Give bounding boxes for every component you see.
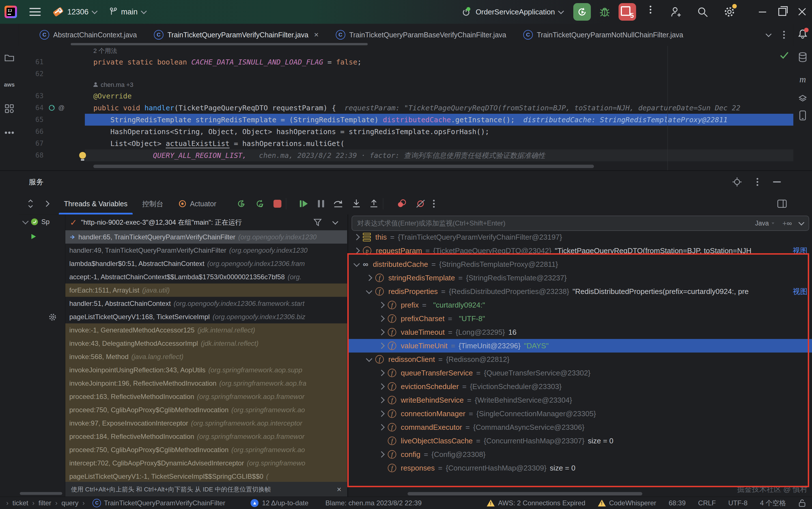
stack-frame-row[interactable]: invokeJoinpoint:196, ReflectiveMethodInv… <box>65 377 347 390</box>
watches-chevron-icon[interactable] <box>799 219 804 225</box>
variable-row[interactable]: fstringRedisTemplate={StringRedisTemplat… <box>348 271 812 285</box>
line-ending-widget[interactable]: CRLF <box>698 499 716 507</box>
breadcrumb-class[interactable]: C TrainTicketQueryParamVerifyChainFilter <box>93 499 225 507</box>
aws-tool-icon[interactable]: aws <box>0 77 19 93</box>
stop-process-icon[interactable] <box>274 200 281 208</box>
variable-row[interactable]: fredisProperties={RedisDistributedProper… <box>348 285 812 298</box>
step-out-icon[interactable] <box>369 199 379 208</box>
tree-expander[interactable] <box>375 425 388 430</box>
rerun-failed-icon[interactable] <box>255 199 265 209</box>
panel-options-kebab-icon[interactable] <box>756 178 758 180</box>
editor-hscrollbar-thumb[interactable] <box>93 165 594 168</box>
stack-frame-row[interactable]: accept:-1, AbstractChainContext$$Lambda$… <box>65 270 347 283</box>
stack-frame-row[interactable]: intercept:702, CglibAopProxy$DynamicAdvi… <box>65 456 347 470</box>
filter-funnel-icon[interactable] <box>313 218 322 227</box>
evaluate-language-selector[interactable]: Java <box>755 219 775 227</box>
stack-frame-row[interactable]: handler:51, AbstractChainContext(org.ope… <box>65 297 347 310</box>
stack-frame-row[interactable]: proceed:750, CglibAopProxy$CglibMethodIn… <box>65 403 347 416</box>
mute-breakpoints-icon[interactable] <box>416 199 426 208</box>
stack-frame-row[interactable]: handler:65, TrainTicketQueryParamVerifyC… <box>65 230 347 244</box>
variable-row[interactable]: fconnectionManager={SingleConnectionMana… <box>348 407 812 420</box>
more-tools-icon[interactable] <box>0 125 19 141</box>
hint-close-icon[interactable]: × <box>337 485 341 494</box>
structure-tool-icon[interactable] <box>0 101 19 116</box>
services-tree-row[interactable]: Sp <box>19 214 65 229</box>
breadcrumb-item[interactable]: query <box>61 499 78 507</box>
tree-expander[interactable] <box>375 343 388 348</box>
aws-status-widget[interactable]: AWS: 2 Connections Expired <box>487 499 586 507</box>
debug-button[interactable] <box>599 6 611 18</box>
variable-row[interactable]: fresponses={ConcurrentHashMap@23309}size… <box>348 461 812 475</box>
gradle-tool-icon[interactable] <box>793 90 812 105</box>
run-config-selector[interactable]: OrderServiceApplication <box>460 6 563 18</box>
editor-tab[interactable]: CTrainTicketQueryParamVerifyChainFilter.… <box>145 24 327 46</box>
variable-row[interactable]: prequestParam={TicketPageQueryReqDTO@230… <box>348 244 812 258</box>
chevron-right-icon[interactable] <box>45 200 50 207</box>
variable-row[interactable]: fredissonClient={Redisson@22812} <box>348 352 812 366</box>
tree-expander[interactable] <box>375 303 388 307</box>
project-widget[interactable]: 12306 <box>53 8 97 16</box>
add-watch-icon[interactable]: +∞ <box>782 219 792 228</box>
tree-expander[interactable] <box>375 316 388 321</box>
branch-widget[interactable]: main <box>109 7 146 17</box>
expand-collapse-icon[interactable] <box>27 199 34 209</box>
service-gear-icon[interactable] <box>48 313 57 321</box>
watches-scrollbar-thumb[interactable] <box>408 492 642 496</box>
evaluate-input[interactable]: 对表达式求值(Enter)或添加监视(Ctrl+Shift+Enter) Jav… <box>352 215 809 231</box>
tree-expander[interactable] <box>375 384 388 389</box>
variable-row[interactable]: fprefix="curtardly0924:" <box>348 298 812 312</box>
rerun-debug-icon[interactable] <box>236 199 246 209</box>
vcs-status-widget[interactable]: ▲ 12 Δ/up-to-date <box>251 499 308 507</box>
codewhisperer-widget[interactable]: CodeWhisperer <box>598 499 657 507</box>
editor-tab[interactable]: CAbstractChainContext.java <box>31 24 145 46</box>
tree-expander[interactable] <box>350 235 363 239</box>
thread-chevron-icon[interactable] <box>332 218 338 224</box>
hidden-tabs-chevron-icon[interactable] <box>766 31 772 37</box>
window-restore-button[interactable] <box>772 0 792 24</box>
step-into-icon[interactable] <box>352 199 361 208</box>
breadcrumb-item[interactable]: filter <box>38 499 51 507</box>
layout-settings-icon[interactable] <box>777 199 787 209</box>
rerun-button[interactable] <box>573 3 591 21</box>
stack-frame-row[interactable]: lambda$handler$0:51, AbstractChainContex… <box>65 257 347 270</box>
search-everywhere-button[interactable] <box>697 6 708 18</box>
settings-button[interactable] <box>723 6 736 18</box>
hide-panel-icon[interactable] <box>773 181 781 183</box>
main-menu-burger-icon[interactable] <box>29 8 41 16</box>
tree-expander[interactable] <box>375 452 388 457</box>
blame-widget[interactable]: Blame: chen.ma 2023/8/2 22:39 <box>325 499 422 507</box>
breadcrumb-item[interactable]: ticket <box>12 499 28 507</box>
thread-status-row[interactable]: ✓ "http-nio-9002-exec-3"@12,304 在组"main"… <box>65 214 348 230</box>
author-inlay-label[interactable]: chen.ma +3 <box>101 81 134 88</box>
inspections-ok-icon[interactable] <box>779 51 789 59</box>
variable-row[interactable]: fprefixCharset="UTF-8" <box>348 312 812 326</box>
tree-expander[interactable] <box>375 330 388 334</box>
view-breakpoints-icon[interactable] <box>396 199 407 208</box>
debug-tab-threads---variables[interactable]: Threads & Variables <box>57 193 135 214</box>
stack-frame-row[interactable]: proceed:184, ReflectiveMethodInvocation(… <box>65 430 347 443</box>
caret-position-widget[interactable]: 68:39 <box>669 499 685 507</box>
debug-tab-actuator[interactable]: Actuator <box>171 193 224 214</box>
code-with-me-button[interactable] <box>669 6 682 18</box>
variable-row[interactable]: fcommandExecutor={CommandAsyncService@23… <box>348 420 812 434</box>
variable-row[interactable]: fevictionScheduler={EvictionScheduler@23… <box>348 380 812 393</box>
stack-frame-row[interactable]: pageListTicketQueryV1:-1, TicketServiceI… <box>65 470 347 482</box>
stack-frame-row[interactable]: proceed:750, CglibAopProxy$CglibMethodIn… <box>65 443 347 456</box>
tree-expander[interactable] <box>375 398 388 402</box>
notifications-bell-icon[interactable] <box>793 26 812 42</box>
tree-expander[interactable] <box>375 371 388 375</box>
variable-row[interactable]: ∞distributedCache={StringRedisTemplatePr… <box>348 258 812 271</box>
tree-expander[interactable] <box>350 248 363 253</box>
database-tool-icon[interactable] <box>793 49 812 65</box>
tree-expander[interactable] <box>375 466 388 470</box>
tab-options-kebab-icon[interactable] <box>783 31 785 33</box>
stack-frame-row[interactable]: forEach:1511, ArrayList(java.util) <box>65 283 347 297</box>
recursive-call-icon[interactable] <box>48 104 56 111</box>
pause-program-icon[interactable] <box>317 200 325 208</box>
project-tool-icon[interactable] <box>0 50 19 66</box>
indent-widget[interactable]: 4 个空格 <box>760 499 786 508</box>
view-link[interactable]: 视图 <box>788 286 808 297</box>
device-manager-tool-icon[interactable] <box>793 107 812 123</box>
stack-frame-row[interactable]: invoke:568, Method(java.lang.reflect) <box>65 350 347 363</box>
lock-widget[interactable] <box>799 499 806 507</box>
